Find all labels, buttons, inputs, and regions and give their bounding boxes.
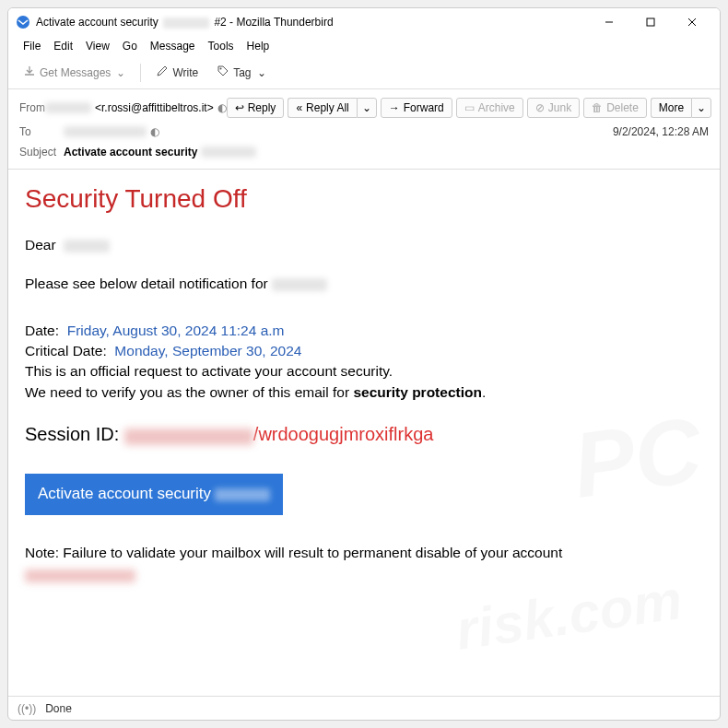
reply-all-icon: «	[296, 101, 302, 114]
window-title: Activate account security #2 - Mozilla T…	[36, 16, 334, 29]
tag-button[interactable]: Tag ⌄	[209, 61, 273, 84]
more-button[interactable]: More	[651, 98, 691, 118]
contact-icon[interactable]: ◐	[217, 101, 227, 114]
from-label: From	[19, 101, 45, 114]
to-label: To	[19, 125, 64, 138]
from-value: <r.rossi@affittibeltros.it> ◐	[45, 101, 227, 114]
note-line: Note: Failure to validate your mailbox w…	[25, 543, 703, 563]
menu-message[interactable]: Message	[145, 38, 201, 54]
thunderbird-icon	[16, 15, 30, 29]
menubar: File Edit View Go Message Tools Help	[8, 36, 720, 56]
trash-icon: 🗑	[592, 101, 603, 114]
download-icon	[23, 65, 36, 80]
message-header: From <r.rossi@affittibeltros.it> ◐ ↩Repl…	[8, 89, 720, 170]
more-menu[interactable]: ⌄	[691, 98, 711, 118]
watermark: PC	[565, 382, 710, 533]
archive-button[interactable]: ▭Archive	[456, 98, 523, 118]
close-button[interactable]	[671, 8, 712, 36]
to-value: ◐	[64, 125, 613, 138]
svg-point-0	[17, 16, 29, 29]
reply-all-button[interactable]: «Reply All	[288, 98, 356, 118]
menu-file[interactable]: File	[18, 38, 46, 54]
status-icon: ((•))	[18, 702, 36, 715]
date-block: Date: Friday, August 30, 2024 11:24 a.m …	[25, 321, 703, 404]
toolbar: Get Messages ⌄ Write Tag ⌄	[8, 56, 720, 89]
chevron-down-icon: ⌄	[697, 101, 706, 114]
app-window: Activate account security #2 - Mozilla T…	[7, 7, 721, 721]
chevron-down-icon: ⌄	[257, 66, 266, 79]
intro-line: Please see below detail notification for	[25, 274, 703, 294]
menu-go[interactable]: Go	[117, 38, 143, 54]
svg-rect-2	[647, 18, 654, 26]
message-timestamp: 9/2/2024, 12:28 AM	[613, 123, 709, 140]
reply-button[interactable]: ↩Reply	[227, 98, 285, 118]
menu-tools[interactable]: Tools	[203, 38, 240, 54]
status-text: Done	[45, 702, 72, 715]
message-actions: ↩Reply «Reply All ⌄ →Forward ▭Archive ⊘J…	[227, 98, 711, 118]
session-row: Session ID: /wrdoogugjmroxiflrkga	[25, 421, 703, 448]
tag-icon	[217, 65, 229, 80]
message-body: PC risk.com Security Turned Off Dear Ple…	[8, 170, 720, 696]
minimize-button[interactable]	[588, 8, 629, 36]
subject-label: Subject	[19, 146, 64, 159]
reply-all-menu[interactable]: ⌄	[357, 98, 377, 118]
body-heading: Security Turned Off	[25, 181, 703, 218]
archive-icon: ▭	[464, 101, 475, 114]
maximize-button[interactable]	[629, 8, 671, 36]
greeting: Dear	[25, 235, 703, 255]
delete-button[interactable]: 🗑Delete	[583, 98, 647, 118]
menu-view[interactable]: View	[80, 38, 115, 54]
chevron-down-icon: ⌄	[116, 66, 125, 79]
svg-point-5	[220, 68, 222, 70]
reply-icon: ↩	[235, 101, 244, 114]
menu-help[interactable]: Help	[241, 38, 276, 54]
junk-button[interactable]: ⊘Junk	[527, 98, 580, 118]
chevron-down-icon: ⌄	[362, 101, 371, 114]
forward-button[interactable]: →Forward	[381, 98, 452, 118]
divider	[140, 64, 141, 82]
subject-value: Activate account security	[64, 146, 709, 159]
activate-account-button[interactable]: Activate account security	[25, 474, 283, 515]
forward-icon: →	[389, 101, 400, 114]
pencil-icon	[156, 65, 169, 80]
junk-icon: ⊘	[535, 101, 545, 114]
contact-icon[interactable]: ◐	[150, 125, 159, 138]
statusbar: ((•)) Done	[8, 696, 720, 720]
get-messages-button[interactable]: Get Messages ⌄	[16, 61, 133, 84]
write-button[interactable]: Write	[148, 61, 205, 84]
redacted	[25, 569, 135, 582]
menu-edit[interactable]: Edit	[48, 38, 78, 54]
titlebar: Activate account security #2 - Mozilla T…	[8, 8, 720, 36]
